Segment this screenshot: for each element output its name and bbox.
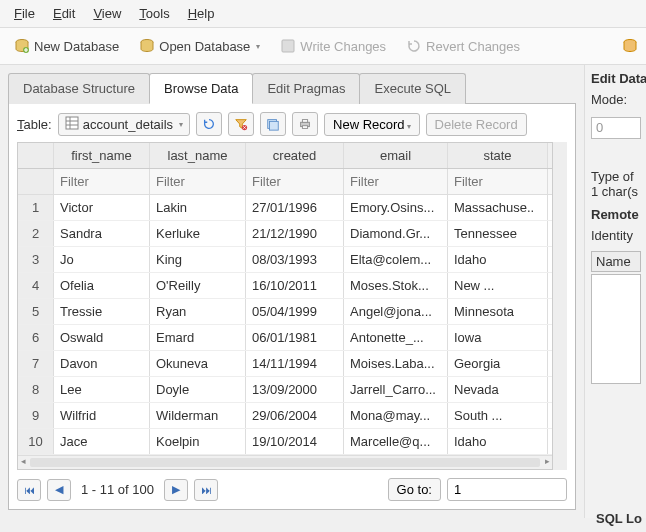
table-row[interactable]: 8LeeDoyle13/09/2000Jarrell_Carro...Nevad… (18, 377, 552, 403)
cell-last-name[interactable]: Kerluke (150, 221, 246, 246)
cell-state[interactable]: Minnesota (448, 299, 548, 324)
cell-email[interactable]: Elta@colem... (344, 247, 448, 272)
name-box[interactable] (591, 274, 641, 384)
cell-state[interactable]: Tennessee (448, 221, 548, 246)
cell-created[interactable]: 05/04/1999 (246, 299, 344, 324)
cell-created[interactable]: 19/10/2014 (246, 429, 344, 454)
cell-first-name[interactable]: Sandra (54, 221, 150, 246)
cell-last-name[interactable]: Emard (150, 325, 246, 350)
cell-state[interactable]: Idaho (448, 429, 548, 454)
cell-created[interactable]: 06/01/1981 (246, 325, 344, 350)
next-page-button[interactable]: ▶ (164, 479, 188, 501)
v-scrollbar[interactable] (553, 142, 567, 470)
new-record-button[interactable]: New Record▾ (324, 113, 420, 136)
cell-email[interactable]: Moises.Laba... (344, 351, 448, 376)
rownum-header[interactable] (18, 143, 54, 168)
open-database-button[interactable]: Open Database ▾ (133, 34, 266, 58)
cell-created[interactable]: 27/01/1996 (246, 195, 344, 220)
export-button[interactable] (260, 112, 286, 136)
cell-last-name[interactable]: Doyle (150, 377, 246, 402)
cell-last-name[interactable]: Okuneva (150, 351, 246, 376)
cell-last-name[interactable]: O'Reilly (150, 273, 246, 298)
table-row[interactable]: 2SandraKerluke21/12/1990Diamond.Gr...Ten… (18, 221, 552, 247)
table-row[interactable]: 9WilfridWilderman29/06/2004Mona@may...So… (18, 403, 552, 429)
goto-button[interactable]: Go to: (388, 478, 441, 501)
cell-last-name[interactable]: Lakin (150, 195, 246, 220)
menu-tools[interactable]: Tools (131, 3, 177, 24)
menu-edit[interactable]: Edit (45, 3, 83, 24)
table-row[interactable]: 5TressieRyan05/04/1999Angel@jona...Minne… (18, 299, 552, 325)
col-state[interactable]: state (448, 143, 548, 168)
table-row[interactable]: 10JaceKoelpin19/10/2014Marcelle@q...Idah… (18, 429, 552, 455)
cell-email[interactable]: Emory.Osins... (344, 195, 448, 220)
tab-structure[interactable]: Database Structure (8, 73, 150, 104)
cell-first-name[interactable]: Jo (54, 247, 150, 272)
cell-last-name[interactable]: King (150, 247, 246, 272)
cell-state[interactable]: New ... (448, 273, 548, 298)
mode-input[interactable]: 0 (591, 117, 641, 139)
table-select[interactable]: account_details ▾ (58, 113, 190, 136)
row-number: 3 (18, 247, 54, 272)
prev-page-button[interactable]: ◀ (47, 479, 71, 501)
menu-file[interactable]: File (6, 3, 43, 24)
refresh-button[interactable] (196, 112, 222, 136)
cell-first-name[interactable]: Victor (54, 195, 150, 220)
col-email[interactable]: email (344, 143, 448, 168)
cell-created[interactable]: 14/11/1994 (246, 351, 344, 376)
filter-created[interactable] (252, 174, 337, 189)
table-row[interactable]: 1VictorLakin27/01/1996Emory.Osins...Mass… (18, 195, 552, 221)
table-row[interactable]: 3JoKing08/03/1993Elta@colem...Idaho (18, 247, 552, 273)
menu-view[interactable]: View (85, 3, 129, 24)
cell-created[interactable]: 29/06/2004 (246, 403, 344, 428)
cell-email[interactable]: Antonette_... (344, 325, 448, 350)
cell-first-name[interactable]: Wilfrid (54, 403, 150, 428)
new-database-button[interactable]: New Database (8, 34, 125, 58)
cell-last-name[interactable]: Wilderman (150, 403, 246, 428)
cell-state[interactable]: Massachuse.. (448, 195, 548, 220)
cell-first-name[interactable]: Ofelia (54, 273, 150, 298)
cell-first-name[interactable]: Davon (54, 351, 150, 376)
col-first-name[interactable]: first_name (54, 143, 150, 168)
cell-last-name[interactable]: Ryan (150, 299, 246, 324)
cell-email[interactable]: Jarrell_Carro... (344, 377, 448, 402)
last-page-button[interactable]: ⏭ (194, 479, 218, 501)
cell-first-name[interactable]: Tressie (54, 299, 150, 324)
cell-state[interactable]: Idaho (448, 247, 548, 272)
filter-last-name[interactable] (156, 174, 239, 189)
filter-state[interactable] (454, 174, 541, 189)
table-row[interactable]: 4OfeliaO'Reilly16/10/2011Moses.Stok...Ne… (18, 273, 552, 299)
cell-created[interactable]: 16/10/2011 (246, 273, 344, 298)
cell-first-name[interactable]: Jace (54, 429, 150, 454)
cell-email[interactable]: Mona@may... (344, 403, 448, 428)
cell-first-name[interactable]: Lee (54, 377, 150, 402)
cell-email[interactable]: Marcelle@q... (344, 429, 448, 454)
tab-browse-data[interactable]: Browse Data (149, 73, 253, 104)
table-row[interactable]: 6OswaldEmard06/01/1981Antonette_...Iowa (18, 325, 552, 351)
cell-created[interactable]: 13/09/2000 (246, 377, 344, 402)
cell-created[interactable]: 08/03/1993 (246, 247, 344, 272)
h-scrollbar[interactable]: ◂ ▸ (18, 455, 552, 469)
filter-first-name[interactable] (60, 174, 143, 189)
tab-execute-sql[interactable]: Execute SQL (359, 73, 466, 104)
col-last-name[interactable]: last_name (150, 143, 246, 168)
first-page-button[interactable]: ⏮ (17, 479, 41, 501)
cell-state[interactable]: South ... (448, 403, 548, 428)
cell-first-name[interactable]: Oswald (54, 325, 150, 350)
table-row[interactable]: 7DavonOkuneva14/11/1994Moises.Laba...Geo… (18, 351, 552, 377)
cell-state[interactable]: Iowa (448, 325, 548, 350)
col-created[interactable]: created (246, 143, 344, 168)
clear-filter-button[interactable] (228, 112, 254, 136)
cell-email[interactable]: Moses.Stok... (344, 273, 448, 298)
cell-email[interactable]: Diamond.Gr... (344, 221, 448, 246)
tab-pragmas[interactable]: Edit Pragmas (252, 73, 360, 104)
cell-last-name[interactable]: Koelpin (150, 429, 246, 454)
cell-state[interactable]: Nevada (448, 377, 548, 402)
cell-state[interactable]: Georgia (448, 351, 548, 376)
cell-email[interactable]: Angel@jona... (344, 299, 448, 324)
filter-email[interactable] (350, 174, 441, 189)
print-button[interactable] (292, 112, 318, 136)
goto-input[interactable] (447, 478, 567, 501)
menu-help[interactable]: Help (180, 3, 223, 24)
chevron-down-icon[interactable]: ▾ (256, 42, 260, 51)
cell-created[interactable]: 21/12/1990 (246, 221, 344, 246)
